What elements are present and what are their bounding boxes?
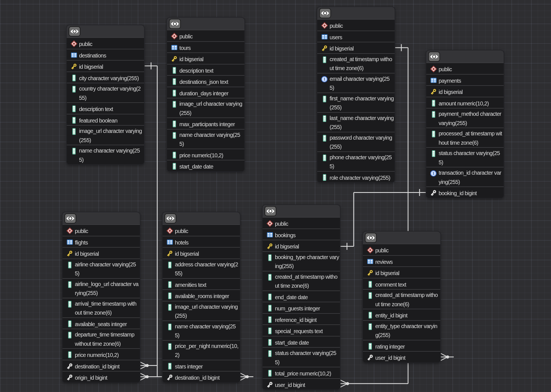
svg-text:1: 1	[432, 171, 434, 176]
svg-text:1: 1	[323, 77, 325, 82]
